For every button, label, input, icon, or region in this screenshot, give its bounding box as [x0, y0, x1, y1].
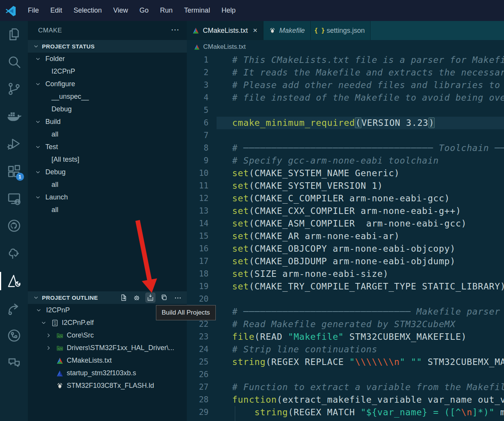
tree-item-launch[interactable]: Launch	[28, 191, 187, 204]
explorer-icon[interactable]	[6, 27, 22, 42]
code-line-17[interactable]: 17set(CMAKE_OBJDUMP arm-none-eabi-objdum…	[187, 255, 504, 268]
tab-label: Makefile	[279, 27, 305, 35]
menu-edit[interactable]: Edit	[45, 6, 68, 14]
indent-guide	[235, 419, 235, 421]
tree-item-label: CMakeLists.txt	[67, 357, 112, 365]
tree-item-label: I2CPnP.elf	[62, 319, 94, 327]
line-number: 24	[187, 343, 217, 356]
tree-item-build[interactable]: Build	[28, 116, 187, 128]
code-line-29[interactable]: 29 string(REGEX MATCH "${var_name} = ([^…	[187, 406, 504, 419]
code-line-7[interactable]: 7	[187, 129, 504, 142]
binary-icon: 0110	[51, 319, 59, 327]
docker-icon[interactable]	[6, 109, 22, 124]
breadcrumb[interactable]: CMakeLists.txt	[187, 40, 504, 54]
tree-item-debug[interactable]: Debug	[28, 166, 187, 178]
menu-go[interactable]: Go	[134, 6, 154, 14]
indent	[41, 131, 51, 138]
chevron-down-icon	[35, 307, 46, 313]
test-explorer-icon[interactable]	[6, 246, 22, 261]
code-line-12[interactable]: 12set(CMAKE_C_COMPILER arm-none-eabi-gcc…	[187, 192, 504, 205]
search-icon[interactable]	[6, 54, 22, 69]
code-line-8[interactable]: 8# ────────────────────────────────── To…	[187, 142, 504, 154]
code-line-30[interactable]: 30 if(match)	[187, 419, 504, 421]
menu-run[interactable]: Run	[154, 6, 178, 14]
tree-item-all[interactable]: all	[28, 128, 187, 141]
svg-text:</>: </>	[58, 347, 62, 350]
extensions-icon[interactable]: 1	[6, 164, 22, 179]
code-line-20[interactable]: 20	[187, 293, 504, 305]
menu-help[interactable]: Help	[216, 6, 241, 14]
tree-item-label: Debug	[45, 168, 66, 176]
tree-item-all[interactable]: all	[28, 204, 187, 216]
build-all-icon[interactable]	[145, 292, 156, 303]
section-label: PROJECT STATUS	[42, 43, 95, 50]
chevron-down-icon	[35, 194, 45, 201]
code-line-19[interactable]: 19set(CMAKE_TRY_COMPILE_TARGET_TYPE STAT…	[187, 280, 504, 293]
menu-terminal[interactable]: Terminal	[178, 6, 216, 14]
tree-item-core-src[interactable]: </>Core\Src	[28, 329, 187, 342]
tree-item-stm32f103c8tx-flash-ld[interactable]: STM32F103C8Tx_FLASH.ld	[28, 379, 187, 392]
more-actions-icon[interactable]: ⋯	[171, 25, 180, 35]
run-and-debug-icon[interactable]	[6, 136, 22, 151]
code-line-23[interactable]: 23file(READ "Makefile" STM32CUBEMX_MAKEF…	[187, 331, 504, 343]
menu-file[interactable]: File	[22, 6, 45, 14]
remote-explorer-icon[interactable]	[6, 191, 22, 206]
code-line-9[interactable]: 9# Specify gcc-arm-none-eabi toolchain	[187, 154, 504, 167]
live-share-icon[interactable]	[6, 301, 22, 316]
tab-cmakelists-txt[interactable]: CMakeLists.txt✕	[187, 21, 263, 40]
tree-item-unspec[interactable]: __unspec__	[28, 90, 187, 103]
cmake-tools-icon[interactable]	[6, 273, 22, 289]
tree-item-startup-stm32f103xb-s[interactable]: startup_stm32f103xb.s	[28, 367, 187, 379]
code-line-28[interactable]: 28function(extract_makefile_variable var…	[187, 394, 504, 406]
comments-icon[interactable]	[6, 355, 22, 371]
line-number: 7	[187, 129, 217, 142]
cmake-icon	[192, 27, 199, 34]
code-line-13[interactable]: 13set(CMAKE_CXX_COMPILER arm-none-eabi-g…	[187, 205, 504, 217]
code-line-3[interactable]: 3# Please add other needed files and lib…	[187, 79, 504, 92]
json-icon: { }	[316, 27, 323, 34]
code-line-1[interactable]: 1# This CMakeLists.txt file is a parser …	[187, 54, 504, 66]
code-text: set(CMAKE_SYSTEM_NAME Generic)	[217, 167, 504, 180]
code-line-21[interactable]: 21# ────────────────────────────── Makef…	[187, 305, 504, 318]
line-number: 18	[187, 268, 217, 280]
code-line-11[interactable]: 11set(CMAKE_SYSTEM_VERSION 1)	[187, 180, 504, 192]
menu-view[interactable]: View	[108, 6, 134, 14]
debug-clear-icon[interactable]	[132, 292, 142, 303]
copy-icon[interactable]	[159, 292, 169, 303]
code-line-18[interactable]: 18set(SIZE arm-none-eabi-size)	[187, 268, 504, 280]
code-line-5[interactable]: 5	[187, 104, 504, 117]
tree-item-all[interactable]: all	[28, 178, 187, 191]
code-line-24[interactable]: 24# Strip line continuations	[187, 343, 504, 356]
source-control-graph-icon[interactable]	[6, 328, 22, 343]
code-line-27[interactable]: 27# Function to extract a variable from …	[187, 381, 504, 394]
code-line-16[interactable]: 16set(CMAKE_OBJCOPY arm-none-eabi-objcop…	[187, 243, 504, 255]
new-file-icon[interactable]	[119, 292, 129, 303]
tree-item-cmakelists-txt[interactable]: CMakeLists.txt	[28, 354, 187, 367]
section-header-project-status[interactable]: PROJECT STATUS	[28, 40, 187, 53]
tab-makefile[interactable]: Makefile	[263, 21, 311, 40]
tree-item-label: Launch	[45, 193, 68, 201]
code-line-14[interactable]: 14set(CMAKE_ASM_COMPILER arm-none-eabi-g…	[187, 217, 504, 230]
tab-settings-json[interactable]: { }settings.json	[311, 21, 371, 40]
tree-item-debug[interactable]: Debug	[28, 103, 187, 116]
tree-item-test[interactable]: Test	[28, 141, 187, 153]
tree-item-all-tests[interactable]: [All tests]	[28, 153, 187, 166]
tree-item-configure[interactable]: Configure	[28, 78, 187, 90]
github-icon[interactable]	[6, 218, 22, 233]
code-line-10[interactable]: 10set(CMAKE_SYSTEM_NAME Generic)	[187, 167, 504, 180]
tree-item-i2cpnp[interactable]: I2CPnP	[28, 65, 187, 78]
code-line-4[interactable]: 4# file instead of the Makefile to avoid…	[187, 92, 504, 104]
code-line-26[interactable]: 26	[187, 368, 504, 381]
code-line-15[interactable]: 15set(CMAKE_AR arm-none-eabi-ar)	[187, 230, 504, 243]
code-line-2[interactable]: 2# It reads the Makefile and extracts th…	[187, 66, 504, 79]
code-line-22[interactable]: 22# Read Makefile generated by STM32Cube…	[187, 318, 504, 331]
menu-selection[interactable]: Selection	[68, 6, 108, 14]
code-line-6[interactable]: 6cmake_minimum_required(VERSION 3.23)	[187, 117, 504, 129]
more-actions-icon[interactable]	[173, 292, 183, 303]
code-line-25[interactable]: 25string(REGEX REPLACE "\\\\\\\n" "" STM…	[187, 356, 504, 368]
close-icon[interactable]: ✕	[253, 27, 258, 34]
code-editor[interactable]: 1# This CMakeLists.txt file is a parser …	[187, 54, 504, 421]
tree-item-drivers-stm32f1xx-hal-driver[interactable]: </>Drivers\STM32F1xx_HAL_Driver\...	[28, 342, 187, 354]
tree-item-folder[interactable]: Folder	[28, 53, 187, 65]
source-control-icon[interactable]	[6, 81, 22, 96]
